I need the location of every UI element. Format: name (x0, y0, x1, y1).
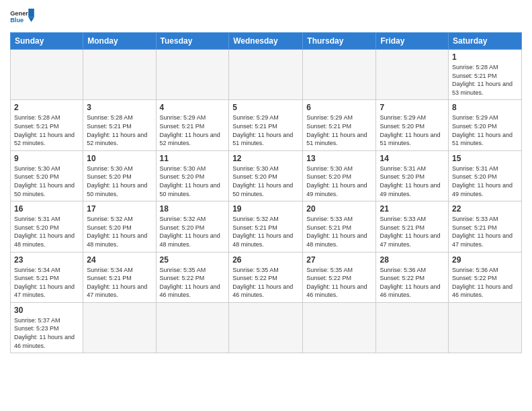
day-number: 6 (306, 103, 372, 112)
day-info: Sunrise: 5:31 AMSunset: 5:20 PMDaylight:… (380, 165, 445, 198)
day-number: 3 (87, 103, 152, 112)
calendar-cell (376, 50, 449, 100)
day-info: Sunrise: 5:33 AMSunset: 5:21 PMDaylight:… (452, 215, 518, 248)
calendar-cell: 7Sunrise: 5:29 AMSunset: 5:20 PMDaylight… (376, 100, 449, 150)
svg-marker-2 (28, 9, 34, 17)
weekday-header-friday: Friday (376, 33, 449, 50)
calendar-cell (376, 302, 449, 353)
day-info: Sunrise: 5:28 AMSunset: 5:21 PMDaylight:… (14, 113, 79, 147)
day-number: 5 (232, 103, 299, 112)
calendar-cell: 2Sunrise: 5:28 AMSunset: 5:21 PMDaylight… (11, 100, 83, 150)
day-number: 1 (452, 52, 518, 62)
day-info: Sunrise: 5:33 AMSunset: 5:21 PMDaylight:… (306, 215, 372, 248)
calendar-cell: 15Sunrise: 5:31 AMSunset: 5:20 PMDayligh… (449, 150, 522, 201)
calendar-cell (83, 302, 156, 353)
day-number: 19 (232, 204, 299, 214)
day-info: Sunrise: 5:28 AMSunset: 5:21 PMDaylight:… (87, 113, 152, 147)
day-info: Sunrise: 5:29 AMSunset: 5:21 PMDaylight:… (232, 113, 299, 147)
day-number: 10 (87, 154, 152, 163)
day-number: 9 (14, 154, 79, 163)
calendar-cell (229, 302, 303, 353)
day-number: 23 (14, 255, 79, 265)
calendar-cell: 4Sunrise: 5:29 AMSunset: 5:21 PMDaylight… (156, 100, 229, 150)
day-info: Sunrise: 5:31 AMSunset: 5:20 PMDaylight:… (452, 165, 518, 198)
calendar-cell: 20Sunrise: 5:33 AMSunset: 5:21 PMDayligh… (303, 201, 376, 252)
weekday-header-row: SundayMondayTuesdayWednesdayThursdayFrid… (11, 33, 522, 50)
day-number: 16 (14, 204, 79, 214)
calendar-cell: 17Sunrise: 5:32 AMSunset: 5:20 PMDayligh… (83, 201, 156, 252)
page: General Blue SundayMondayTuesdayWednesda… (0, 0, 532, 360)
calendar-cell: 26Sunrise: 5:35 AMSunset: 5:22 PMDayligh… (229, 252, 303, 302)
week-row-1: 1Sunrise: 5:28 AMSunset: 5:21 PMDaylight… (11, 50, 522, 100)
day-info: Sunrise: 5:35 AMSunset: 5:22 PMDaylight:… (306, 266, 372, 300)
calendar-cell (83, 50, 156, 100)
day-number: 4 (160, 103, 226, 112)
calendar-cell: 8Sunrise: 5:29 AMSunset: 5:20 PMDaylight… (449, 100, 522, 150)
svg-marker-3 (28, 17, 34, 22)
calendar-cell: 3Sunrise: 5:28 AMSunset: 5:21 PMDaylight… (83, 100, 156, 150)
day-number: 28 (380, 255, 445, 265)
day-info: Sunrise: 5:30 AMSunset: 5:20 PMDaylight:… (160, 165, 226, 198)
day-number: 29 (452, 255, 518, 265)
day-info: Sunrise: 5:30 AMSunset: 5:20 PMDaylight:… (232, 165, 299, 198)
weekday-header-tuesday: Tuesday (156, 33, 229, 50)
day-number: 22 (452, 204, 518, 214)
day-number: 26 (232, 255, 299, 265)
calendar-cell: 12Sunrise: 5:30 AMSunset: 5:20 PMDayligh… (229, 150, 303, 201)
logo-icon: General Blue (10, 7, 34, 27)
calendar-cell: 11Sunrise: 5:30 AMSunset: 5:20 PMDayligh… (156, 150, 229, 201)
calendar-cell: 6Sunrise: 5:29 AMSunset: 5:21 PMDaylight… (303, 100, 376, 150)
day-number: 20 (306, 204, 372, 214)
day-info: Sunrise: 5:36 AMSunset: 5:22 PMDaylight:… (452, 266, 518, 300)
calendar-cell: 21Sunrise: 5:33 AMSunset: 5:21 PMDayligh… (376, 201, 449, 252)
calendar-cell: 28Sunrise: 5:36 AMSunset: 5:22 PMDayligh… (376, 252, 449, 302)
day-info: Sunrise: 5:35 AMSunset: 5:22 PMDaylight:… (160, 266, 226, 300)
weekday-header-thursday: Thursday (303, 33, 376, 50)
day-number: 25 (160, 255, 226, 265)
calendar-cell: 23Sunrise: 5:34 AMSunset: 5:21 PMDayligh… (11, 252, 83, 302)
week-row-6: 30Sunrise: 5:37 AMSunset: 5:23 PMDayligh… (11, 302, 522, 353)
day-info: Sunrise: 5:29 AMSunset: 5:21 PMDaylight:… (306, 113, 372, 147)
header: General Blue (10, 7, 522, 27)
day-info: Sunrise: 5:34 AMSunset: 5:21 PMDaylight:… (14, 266, 79, 300)
day-number: 7 (380, 103, 445, 112)
day-info: Sunrise: 5:37 AMSunset: 5:23 PMDaylight:… (14, 316, 79, 350)
svg-text:Blue: Blue (10, 17, 24, 24)
day-number: 15 (452, 154, 518, 163)
day-number: 2 (14, 103, 79, 112)
weekday-header-monday: Monday (83, 33, 156, 50)
day-number: 12 (232, 154, 299, 163)
weekday-header-saturday: Saturday (449, 33, 522, 50)
calendar-cell: 13Sunrise: 5:30 AMSunset: 5:20 PMDayligh… (303, 150, 376, 201)
calendar-cell (156, 50, 229, 100)
day-info: Sunrise: 5:30 AMSunset: 5:20 PMDaylight:… (87, 165, 152, 198)
day-info: Sunrise: 5:33 AMSunset: 5:21 PMDaylight:… (380, 215, 445, 248)
logo: General Blue (10, 7, 34, 27)
day-info: Sunrise: 5:28 AMSunset: 5:21 PMDaylight:… (452, 63, 518, 97)
day-number: 27 (306, 255, 372, 265)
day-number: 17 (87, 204, 152, 214)
calendar-cell: 10Sunrise: 5:30 AMSunset: 5:20 PMDayligh… (83, 150, 156, 201)
day-info: Sunrise: 5:34 AMSunset: 5:21 PMDaylight:… (87, 266, 152, 300)
calendar-cell: 25Sunrise: 5:35 AMSunset: 5:22 PMDayligh… (156, 252, 229, 302)
calendar-cell (156, 302, 229, 353)
calendar-cell: 24Sunrise: 5:34 AMSunset: 5:21 PMDayligh… (83, 252, 156, 302)
calendar-cell: 30Sunrise: 5:37 AMSunset: 5:23 PMDayligh… (11, 302, 83, 353)
day-number: 8 (452, 103, 518, 112)
calendar-cell: 18Sunrise: 5:32 AMSunset: 5:20 PMDayligh… (156, 201, 229, 252)
day-info: Sunrise: 5:29 AMSunset: 5:20 PMDaylight:… (452, 113, 518, 147)
day-info: Sunrise: 5:30 AMSunset: 5:20 PMDaylight:… (306, 165, 372, 198)
day-info: Sunrise: 5:29 AMSunset: 5:20 PMDaylight:… (380, 113, 445, 147)
day-info: Sunrise: 5:35 AMSunset: 5:22 PMDaylight:… (232, 266, 299, 300)
week-row-4: 16Sunrise: 5:31 AMSunset: 5:20 PMDayligh… (11, 201, 522, 252)
day-info: Sunrise: 5:32 AMSunset: 5:20 PMDaylight:… (160, 215, 226, 248)
calendar-cell: 9Sunrise: 5:30 AMSunset: 5:20 PMDaylight… (11, 150, 83, 201)
week-row-3: 9Sunrise: 5:30 AMSunset: 5:20 PMDaylight… (11, 150, 522, 201)
calendar-table: SundayMondayTuesdayWednesdayThursdayFrid… (10, 32, 522, 353)
calendar-cell (303, 50, 376, 100)
calendar-cell: 19Sunrise: 5:32 AMSunset: 5:21 PMDayligh… (229, 201, 303, 252)
calendar-cell: 16Sunrise: 5:31 AMSunset: 5:20 PMDayligh… (11, 201, 83, 252)
calendar-cell: 5Sunrise: 5:29 AMSunset: 5:21 PMDaylight… (229, 100, 303, 150)
calendar-cell: 27Sunrise: 5:35 AMSunset: 5:22 PMDayligh… (303, 252, 376, 302)
day-number: 14 (380, 154, 445, 163)
